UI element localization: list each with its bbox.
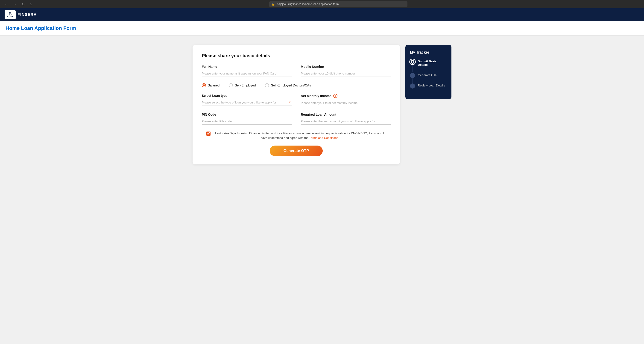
tracker-card: My Tracker Submit Basic Details Generate… (406, 45, 452, 99)
main-content: Please share your basic details Full Nam… (0, 36, 644, 173)
address-icon: 🔒 (272, 2, 275, 6)
tracker-steps: Submit Basic Details Generate OTP Review… (410, 59, 447, 94)
form-card: Please share your basic details Full Nam… (192, 45, 400, 165)
loan-type-label: Select Loan type (202, 94, 292, 98)
loan-type-select[interactable]: Please select the type of loan you would… (202, 99, 292, 106)
step-label-1: Submit Basic Details (418, 59, 447, 73)
top-navbar: B BAJAJ FINSERV (0, 8, 644, 21)
employment-type-group: Salaried Self-Employed Self-Employed Doc… (202, 83, 391, 87)
page-heading-area: Home Loan Application Form (0, 21, 644, 36)
forward-button[interactable]: → (12, 1, 18, 7)
form-card-title: Please share your basic details (202, 53, 391, 58)
logo-box: B BAJAJ (4, 10, 16, 19)
step-dot-1 (410, 59, 415, 64)
loan-type-field: Select Loan type Please select the type … (202, 94, 292, 106)
consent-row: I authorise Bajaj Housing Finance Limite… (206, 131, 386, 140)
logo-sub: BAJAJ (7, 16, 13, 17)
consent-text[interactable]: I authorise Bajaj Housing Finance Limite… (213, 131, 386, 140)
tracker-title: My Tracker (410, 50, 447, 54)
home-button[interactable]: ⌂ (28, 1, 34, 7)
radio-salaried[interactable]: Salaried (202, 83, 220, 87)
reload-button[interactable]: ↻ (20, 1, 26, 7)
name-mobile-row: Full Name Mobile Number (202, 65, 391, 77)
net-income-label-row: Net Monthly Income i (301, 94, 391, 98)
full-name-label: Full Name (202, 65, 292, 68)
loan-amount-field: Required Loan Amount (301, 113, 391, 125)
net-income-input[interactable] (301, 100, 391, 106)
loan-income-row: Select Loan type Please select the type … (202, 94, 391, 106)
step-label-2: Generate OTP (418, 73, 438, 83)
tracker-step-3: Review Loan Details (410, 83, 447, 94)
full-name-input[interactable] (202, 70, 292, 77)
radio-self-employed-label: Self-Employed (235, 83, 256, 87)
browser-chrome: ← → ↻ ⌂ 🔒 bajajhousingfinance.in/home-lo… (0, 0, 644, 8)
back-button[interactable]: ← (3, 1, 9, 7)
terms-link[interactable]: Terms and Conditions (309, 136, 338, 140)
address-bar[interactable]: 🔒 bajajhousingfinance.in/home-loan-appli… (269, 1, 408, 7)
generate-otp-button[interactable]: Generate OTP (270, 146, 323, 156)
pin-code-input[interactable] (202, 118, 292, 125)
step-dot-2 (410, 73, 415, 78)
radio-self-employed-circle (229, 83, 233, 87)
full-name-field: Full Name (202, 65, 292, 77)
mobile-input[interactable] (301, 70, 391, 77)
step-label-3: Review Loan Details (418, 83, 445, 94)
radio-doctors-circle (265, 83, 269, 87)
radio-doctors-label: Self-Employed Doctors/CAs (271, 83, 311, 87)
pin-loan-amount-row: PIN Code Required Loan Amount (202, 113, 391, 125)
consent-main-text: I authorise Bajaj Housing Finance Limite… (215, 132, 384, 140)
radio-self-employed[interactable]: Self-Employed (229, 83, 256, 87)
brand-name: FINSERV (18, 13, 36, 17)
loan-amount-label: Required Loan Amount (301, 113, 391, 116)
step-dot-3 (410, 83, 415, 89)
page-title: Home Loan Application Form (6, 25, 638, 31)
logo-letter: B (9, 12, 12, 16)
mobile-label: Mobile Number (301, 65, 391, 68)
radio-salaried-label: Salaried (208, 83, 220, 87)
url-text: bajajhousingfinance.in/home-loan-applica… (277, 2, 338, 6)
consent-area: I authorise Bajaj Housing Finance Limite… (202, 131, 391, 140)
net-income-label: Net Monthly Income (301, 94, 332, 98)
radio-doctors[interactable]: Self-Employed Doctors/CAs (265, 83, 311, 87)
pin-code-field: PIN Code (202, 113, 292, 125)
loan-type-select-wrapper: Please select the type of loan you would… (202, 99, 292, 106)
radio-salaried-circle (202, 83, 206, 87)
tracker-step-2: Generate OTP (410, 73, 447, 83)
net-income-field: Net Monthly Income i (301, 94, 391, 106)
mobile-field: Mobile Number (301, 65, 391, 77)
pin-code-label: PIN Code (202, 113, 292, 116)
tracker-step-1: Submit Basic Details (410, 59, 447, 73)
loan-amount-input[interactable] (301, 118, 391, 125)
info-icon[interactable]: i (333, 94, 338, 98)
consent-checkbox[interactable] (206, 132, 210, 136)
